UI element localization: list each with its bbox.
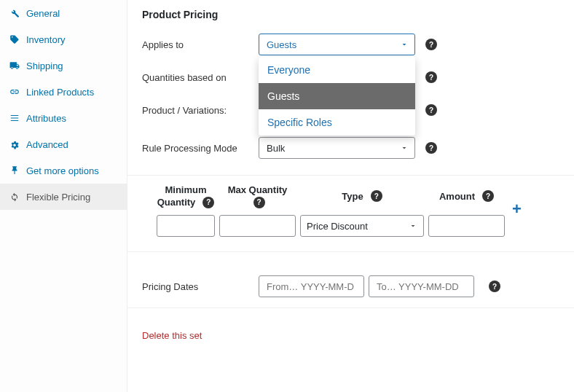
- dropdown-option-roles[interactable]: Specific Roles: [259, 109, 415, 136]
- sidebar-item-label: Advanced: [26, 139, 68, 150]
- delete-set-link[interactable]: Delete this set: [142, 330, 559, 341]
- help-icon[interactable]: ?: [425, 104, 437, 116]
- divider: [127, 307, 574, 308]
- dates-label: Pricing Dates: [142, 281, 259, 292]
- quantities-label: Quantities based on: [142, 72, 259, 83]
- type-value: Price Discount: [307, 221, 368, 232]
- help-icon[interactable]: ?: [203, 197, 214, 208]
- applies-to-dropdown: Everyone Guests Specific Roles: [259, 57, 415, 136]
- col-max-header: Max Quantity ?: [228, 183, 288, 209]
- sidebar: General Inventory Shipping Linked Produc…: [0, 0, 127, 392]
- divider: [127, 175, 574, 176]
- col-min-header: Minimum Quantity?: [157, 183, 215, 209]
- help-icon[interactable]: ?: [425, 39, 437, 50]
- sidebar-item-advanced[interactable]: Advanced: [0, 131, 127, 157]
- sidebar-item-label: Inventory: [26, 34, 65, 45]
- date-from-input[interactable]: [259, 275, 364, 297]
- help-icon[interactable]: ?: [371, 190, 382, 202]
- sidebar-item-label: Flexible Pricing: [26, 192, 90, 203]
- sidebar-item-linked[interactable]: Linked Products: [0, 79, 127, 105]
- sidebar-item-label: Linked Products: [26, 87, 94, 98]
- panel-title: Product Pricing: [142, 9, 559, 20]
- applies-to-value: Guests: [267, 39, 296, 50]
- chevron-down-icon: [409, 222, 417, 230]
- variations-label: Product / Variations:: [142, 105, 259, 116]
- chevron-down-icon: [400, 144, 409, 152]
- sidebar-item-getmore[interactable]: Get more options: [0, 157, 127, 184]
- dropdown-option-guests[interactable]: Guests: [259, 83, 415, 109]
- add-rule-button[interactable]: +: [509, 200, 524, 219]
- refresh-icon: [9, 191, 20, 203]
- help-icon[interactable]: ?: [253, 197, 265, 208]
- help-icon[interactable]: ?: [425, 142, 437, 154]
- sidebar-item-attributes[interactable]: Attributes: [0, 105, 127, 131]
- wrench-icon: [9, 7, 20, 19]
- type-select[interactable]: Price Discount: [300, 215, 424, 237]
- sidebar-item-label: Attributes: [26, 113, 66, 124]
- applies-to-select[interactable]: Guests: [259, 34, 415, 55]
- applies-to-label: Applies to: [142, 39, 259, 50]
- sidebar-item-label: Shipping: [26, 60, 63, 71]
- list-icon: [9, 112, 20, 124]
- mode-value: Bulk: [267, 143, 285, 154]
- pin-icon: [9, 165, 20, 176]
- help-icon[interactable]: ?: [425, 71, 437, 83]
- sidebar-item-inventory[interactable]: Inventory: [0, 26, 127, 52]
- sidebar-item-label: General: [26, 8, 60, 19]
- truck-icon: [9, 60, 20, 71]
- help-icon[interactable]: ?: [489, 281, 500, 292]
- tag-icon: [9, 34, 20, 45]
- sidebar-item-general[interactable]: General: [0, 0, 127, 26]
- sidebar-item-shipping[interactable]: Shipping: [0, 52, 127, 79]
- main-panel: Product Pricing Applies to Guests Everyo…: [127, 0, 574, 392]
- help-icon[interactable]: ?: [482, 190, 494, 202]
- amount-input[interactable]: [428, 215, 505, 237]
- mode-select[interactable]: Bulk: [259, 137, 415, 159]
- min-qty-input[interactable]: [157, 215, 215, 237]
- dropdown-option-everyone[interactable]: Everyone: [259, 57, 415, 83]
- sidebar-item-flexible-pricing[interactable]: Flexible Pricing: [0, 184, 127, 210]
- mode-label: Rule Processing Mode: [142, 143, 259, 154]
- link-icon: [9, 86, 20, 98]
- rule-row: Minimum Quantity? Max Quantity ? Type ?: [157, 183, 559, 237]
- date-to-input[interactable]: [369, 275, 474, 297]
- max-qty-input[interactable]: [219, 215, 296, 237]
- gear-icon: [9, 138, 20, 150]
- chevron-down-icon: [400, 40, 409, 49]
- col-type-header: Type ?: [342, 183, 382, 209]
- sidebar-item-label: Get more options: [26, 165, 99, 176]
- col-amount-header: Amount ?: [439, 183, 494, 209]
